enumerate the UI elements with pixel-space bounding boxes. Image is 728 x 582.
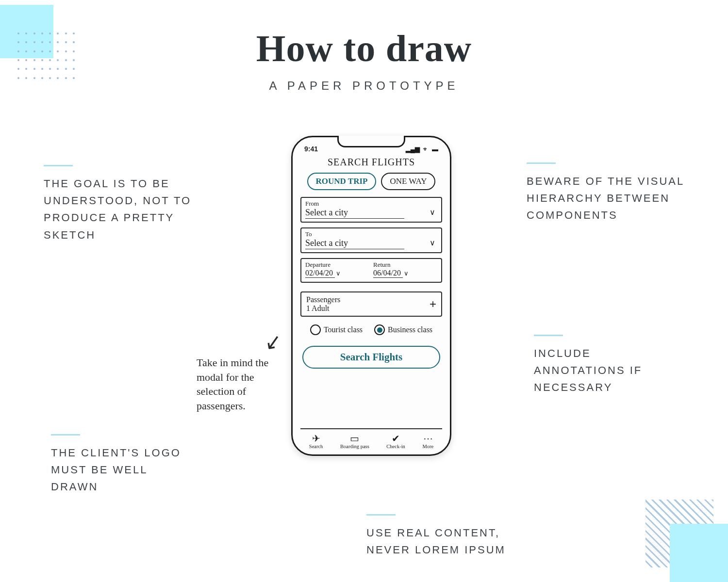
from-value: Select a city xyxy=(305,208,404,219)
search-flights-button[interactable]: Search Flights xyxy=(302,346,440,369)
screen-title: SEARCH FLIGHTS xyxy=(300,157,442,168)
to-value: Select a city xyxy=(305,238,404,249)
tab-bar: ✈ Search ▭ Boarding pass ✔ Check-in ⋯ Mo… xyxy=(300,428,442,450)
plane-icon: ✈ xyxy=(309,433,323,444)
status-time: 9:41 xyxy=(304,145,318,153)
tab-one-way[interactable]: ONE WAY xyxy=(381,173,435,190)
page-title: How to draw xyxy=(0,27,728,70)
page-subtitle: A PAPER PROTOTYPE xyxy=(0,79,728,93)
phone-notch xyxy=(337,136,405,147)
departure-label: Departure xyxy=(305,261,369,269)
dates-field[interactable]: Departure 02/04/20∨ Return 06/04/20∨ xyxy=(300,258,442,283)
to-label: To xyxy=(305,230,437,238)
tab-checkin[interactable]: ✔ Check-in xyxy=(386,433,405,450)
class-tourist-label: Tourist class xyxy=(324,325,363,334)
chevron-down-icon: ∨ xyxy=(336,270,341,277)
tip-hierarchy: BEWARE OF THE VISUAL HIERARCHY BETWEEN C… xyxy=(527,162,701,224)
tip-real-content: USE REAL CONTENT, NEVER LOREM IPSUM xyxy=(366,514,531,558)
wifi-icon: ᯤ xyxy=(423,146,429,153)
tab-more[interactable]: ⋯ More xyxy=(422,433,433,450)
passengers-field[interactable]: Passengers 1 Adult + xyxy=(300,291,442,317)
more-icon: ⋯ xyxy=(422,433,433,444)
return-label: Return xyxy=(373,261,437,269)
tab-search[interactable]: ✈ Search xyxy=(309,433,323,450)
class-business-option[interactable]: Business class xyxy=(374,324,432,335)
chevron-down-icon: ∨ xyxy=(404,270,409,277)
chevron-down-icon: ∨ xyxy=(430,208,435,217)
class-tourist-option[interactable]: Tourist class xyxy=(310,324,363,335)
return-value: 06/04/20 xyxy=(373,269,403,278)
battery-icon: ▬ xyxy=(432,146,438,153)
passengers-label: Passengers xyxy=(306,295,340,304)
tip-annotations: INCLUDE ANNOTATIONS IF NECESSARY xyxy=(534,335,670,396)
arrow-icon: ↙ xyxy=(263,328,283,355)
radio-checked-icon xyxy=(374,324,385,335)
tip-logo: THE CLIENT'S LOGO MUST BE WELL DRAWN xyxy=(51,434,187,496)
to-field[interactable]: To Select a city ∨ xyxy=(300,227,442,253)
ticket-icon: ▭ xyxy=(340,433,369,444)
signal-icon: ▂▄▆ xyxy=(406,146,420,153)
from-label: From xyxy=(305,200,437,208)
from-field[interactable]: From Select a city ∨ xyxy=(300,197,442,223)
add-passenger-button[interactable]: + xyxy=(430,297,436,311)
departure-value: 02/04/20 xyxy=(305,269,335,278)
radio-unchecked-icon xyxy=(310,324,321,335)
chevron-down-icon: ∨ xyxy=(430,238,435,247)
phone-mockup: 9:41 ▂▄▆ ᯤ ▬ SEARCH FLIGHTS ROUND TRIP O… xyxy=(291,136,451,456)
passengers-value: 1 Adult xyxy=(306,304,340,313)
decoration-bottom-right xyxy=(641,495,728,582)
tab-round-trip[interactable]: ROUND TRIP xyxy=(307,173,377,190)
tab-boarding-pass[interactable]: ▭ Boarding pass xyxy=(340,433,369,450)
handwritten-annotation: ↙ Take in mind the modal for the selecti… xyxy=(197,337,294,413)
class-business-label: Business class xyxy=(388,325,432,334)
tip-goal: THE GOAL IS TO BE UNDERSTOOD, NOT TO PRO… xyxy=(44,165,194,243)
check-circle-icon: ✔ xyxy=(386,433,405,444)
